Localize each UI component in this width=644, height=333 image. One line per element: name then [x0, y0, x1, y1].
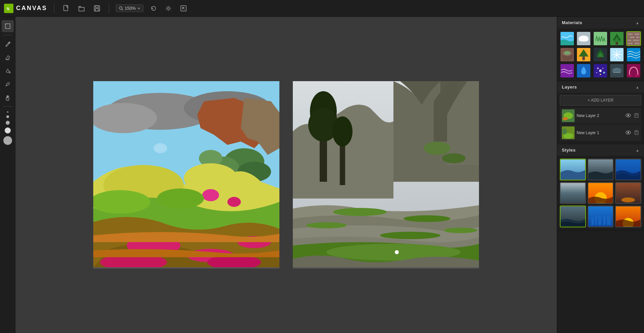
- tool-fill[interactable]: [2, 65, 14, 77]
- svg-rect-62: [616, 42, 618, 45]
- svg-rect-4: [96, 6, 98, 8]
- tool-eraser[interactable]: [2, 51, 14, 63]
- layers-content: + ADD LAYER New Layer 2: [557, 93, 644, 144]
- style-ocean[interactable]: [615, 159, 641, 180]
- reset-button[interactable]: [149, 4, 158, 13]
- canvas-segmentation[interactable]: [93, 81, 279, 267]
- styles-section: Styles ▲: [557, 144, 644, 230]
- svg-point-33: [202, 189, 219, 201]
- brush-size-lg[interactable]: [5, 127, 11, 133]
- svg-point-46: [333, 208, 387, 216]
- svg-rect-120: [635, 131, 638, 134]
- svg-rect-136: [595, 215, 597, 225]
- right-panel: Materials ▲: [557, 17, 644, 333]
- layers-section: Layers ▲ + ADD LAYER New Layer 2: [557, 81, 644, 144]
- style-sky[interactable]: [560, 159, 586, 180]
- svg-point-47: [404, 215, 450, 222]
- layer-2-name: New Layer 2: [577, 113, 623, 118]
- zoom-control[interactable]: 150%: [116, 4, 144, 12]
- material-grass[interactable]: [593, 31, 608, 46]
- svg-rect-110: [635, 114, 638, 117]
- svg-point-8: [167, 7, 169, 9]
- brush-size-xl[interactable]: [3, 136, 12, 145]
- svg-point-6: [119, 7, 122, 9]
- material-dark-tree[interactable]: [593, 47, 608, 62]
- new-file-button[interactable]: [61, 3, 71, 13]
- svg-rect-68: [627, 39, 632, 42]
- material-moss-rock[interactable]: [560, 47, 575, 62]
- svg-point-39: [424, 142, 450, 155]
- materials-grid: [557, 29, 644, 81]
- tool-brush[interactable]: [2, 38, 14, 50]
- svg-rect-64: [627, 33, 633, 36]
- style-golden-hr[interactable]: [615, 206, 641, 227]
- material-purple-water[interactable]: [560, 63, 575, 78]
- canvas-right-panel: [293, 81, 479, 269]
- app-title: CANVAS: [16, 5, 47, 12]
- export-button[interactable]: [178, 3, 189, 13]
- svg-rect-69: [632, 39, 640, 42]
- topbar-separator2: [109, 3, 109, 13]
- material-cloud[interactable]: [576, 31, 591, 46]
- tool-hand[interactable]: [2, 92, 14, 104]
- material-blue-drop[interactable]: [576, 63, 591, 78]
- save-button[interactable]: [92, 3, 102, 13]
- style-blue-city[interactable]: [588, 206, 614, 227]
- material-brick[interactable]: [626, 31, 641, 46]
- material-sparkle[interactable]: [593, 63, 608, 78]
- material-cloud2[interactable]: [609, 63, 624, 78]
- layers-header[interactable]: Layers ▲: [557, 81, 644, 93]
- style-sunset[interactable]: [588, 182, 614, 204]
- settings-button[interactable]: [164, 4, 173, 13]
- materials-header[interactable]: Materials ▲: [557, 17, 644, 29]
- add-layer-button[interactable]: + ADD LAYER: [560, 95, 641, 106]
- svg-rect-67: [635, 36, 640, 39]
- style-storm[interactable]: [588, 159, 614, 180]
- svg-rect-71: [634, 42, 639, 45]
- brush-size-xs[interactable]: [7, 111, 8, 113]
- tool-separator1: [3, 35, 12, 35]
- tool-selection[interactable]: [2, 20, 14, 32]
- svg-point-109: [628, 114, 629, 116]
- styles-header[interactable]: Styles ▲: [557, 144, 644, 156]
- layer-item-2[interactable]: New Layer 2: [560, 108, 641, 124]
- svg-point-117: [562, 128, 567, 134]
- canvas-area[interactable]: [15, 17, 557, 333]
- svg-line-17: [6, 86, 7, 86]
- layer-1-delete[interactable]: [634, 129, 639, 136]
- svg-rect-82: [599, 57, 601, 60]
- canvas-photo[interactable]: [293, 81, 479, 267]
- material-water-waves[interactable]: [626, 47, 641, 62]
- material-tree[interactable]: [576, 47, 591, 62]
- style-misty[interactable]: [560, 182, 586, 204]
- material-pink-arch[interactable]: [626, 63, 641, 78]
- svg-rect-58: [594, 32, 607, 45]
- svg-point-50: [444, 228, 477, 233]
- svg-rect-70: [627, 42, 633, 45]
- materials-chevron: ▲: [636, 21, 639, 25]
- svg-rect-13: [5, 24, 10, 29]
- layer-item-1[interactable]: New Layer 1: [560, 125, 641, 141]
- brush-size-md[interactable]: [6, 121, 10, 125]
- layer-2-delete[interactable]: [634, 112, 639, 119]
- layer-1-name: New Layer 1: [577, 130, 623, 135]
- styles-title: Styles: [562, 148, 576, 153]
- svg-rect-5: [95, 9, 99, 11]
- material-sky-water[interactable]: [560, 31, 575, 46]
- style-dusk[interactable]: [615, 182, 641, 204]
- open-file-button[interactable]: [76, 3, 87, 13]
- svg-rect-2: [64, 5, 68, 11]
- material-snow[interactable]: [609, 47, 624, 62]
- svg-point-107: [562, 117, 568, 120]
- tool-pen[interactable]: [2, 78, 14, 90]
- canvas-left-panel: [93, 81, 279, 269]
- material-forest[interactable]: [609, 31, 624, 46]
- layer-1-visibility[interactable]: [625, 130, 632, 136]
- layer-2-visibility[interactable]: [625, 113, 632, 119]
- layer-2-thumbnail: [562, 109, 575, 122]
- svg-point-132: [622, 198, 635, 203]
- brush-size-sm[interactable]: [6, 115, 9, 118]
- svg-point-40: [442, 153, 466, 163]
- svg-point-57: [584, 37, 589, 41]
- style-coast[interactable]: [560, 206, 586, 227]
